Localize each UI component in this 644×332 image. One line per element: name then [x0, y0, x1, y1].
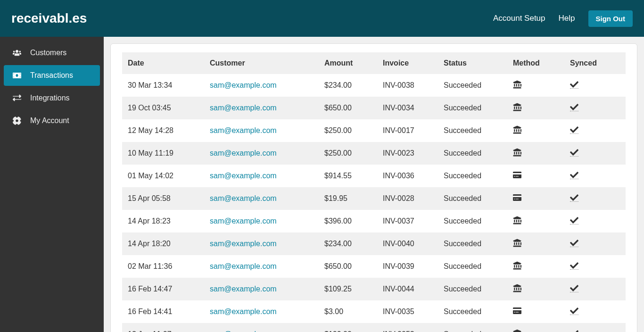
cell-date: 12 May 14:28 — [122, 119, 204, 142]
brand-logo[interactable]: receivabl.es — [11, 11, 87, 26]
cell-invoice: INV-0034 — [377, 97, 438, 119]
cell-amount: $19.95 — [319, 187, 377, 210]
card-icon — [513, 171, 521, 179]
cell-invoice: INV-0017 — [377, 119, 438, 142]
cell-date: 01 May 14:02 — [122, 165, 204, 187]
table-row[interactable]: 12 May 14:28sam@example.com$250.00INV-00… — [122, 119, 626, 142]
sidebar-item-integrations[interactable]: Integrations — [4, 88, 100, 108]
cell-invoice: INV-0035 — [377, 300, 438, 323]
table-row[interactable]: 02 Mar 11:36sam@example.com$650.00INV-00… — [122, 255, 626, 278]
cell-date: 15 Apr 05:58 — [122, 187, 204, 210]
check-icon — [570, 329, 578, 332]
check-icon — [570, 125, 578, 134]
customer-link[interactable]: sam@example.com — [210, 240, 277, 248]
sign-out-button[interactable]: Sign Out — [588, 10, 633, 27]
col-header-method[interactable]: Method — [507, 52, 564, 74]
customer-link[interactable]: sam@example.com — [210, 330, 277, 332]
cell-date: 16 Feb 14:41 — [122, 300, 204, 323]
cell-status: Succeeded — [438, 165, 507, 187]
cell-amount: $250.00 — [319, 142, 377, 165]
bank-icon — [513, 261, 521, 270]
help-link[interactable]: Help — [559, 14, 575, 23]
customer-link[interactable]: sam@example.com — [210, 81, 277, 89]
cell-amount: $650.00 — [319, 255, 377, 278]
customer-link[interactable]: sam@example.com — [210, 285, 277, 293]
cell-amount: $914.55 — [319, 165, 377, 187]
users-icon — [12, 48, 22, 58]
cell-amount: $396.00 — [319, 210, 377, 232]
cell-invoice: INV-0023 — [377, 142, 438, 165]
cell-date: 30 Mar 13:34 — [122, 74, 204, 97]
cell-invoice: INV-0028 — [377, 187, 438, 210]
cell-date: 16 Feb 14:47 — [122, 278, 204, 300]
card-icon — [513, 193, 521, 202]
customer-link[interactable]: sam@example.com — [210, 307, 277, 315]
customer-link[interactable]: sam@example.com — [210, 149, 277, 157]
table-row[interactable]: 01 May 14:02sam@example.com$914.55INV-00… — [122, 165, 626, 187]
customer-link[interactable]: sam@example.com — [210, 262, 277, 270]
cell-status: Succeeded — [438, 255, 507, 278]
cell-date: 14 Apr 18:20 — [122, 232, 204, 255]
bank-icon — [513, 239, 521, 247]
bank-icon — [513, 148, 521, 157]
cell-status: Succeeded — [438, 278, 507, 300]
swap-icon — [12, 93, 22, 103]
cell-date: 13 Jan 11:07 — [122, 323, 204, 332]
cell-date: 10 May 11:19 — [122, 142, 204, 165]
col-header-date[interactable]: Date — [122, 52, 204, 74]
card-icon — [513, 307, 521, 315]
col-header-invoice[interactable]: Invoice — [377, 52, 438, 74]
cell-invoice: INV-0036 — [377, 165, 438, 187]
cell-amount: $109.25 — [319, 278, 377, 300]
col-header-amount[interactable]: Amount — [319, 52, 377, 74]
table-row[interactable]: 10 May 11:19sam@example.com$250.00INV-00… — [122, 142, 626, 165]
check-icon — [570, 261, 578, 270]
cell-status: Succeeded — [438, 210, 507, 232]
main-content: Date Customer Amount Invoice Status Meth… — [104, 37, 644, 332]
cell-date: 14 Apr 18:23 — [122, 210, 204, 232]
sidebar: CustomersTransactionsIntegrationsMy Acco… — [0, 37, 104, 332]
check-icon — [570, 284, 578, 292]
bank-icon — [513, 125, 521, 134]
check-icon — [570, 239, 578, 247]
cell-status: Succeeded — [438, 142, 507, 165]
table-row[interactable]: 16 Feb 14:41sam@example.com$3.00INV-0035… — [122, 300, 626, 323]
cell-invoice: INV-0044 — [377, 278, 438, 300]
col-header-status[interactable]: Status — [438, 52, 507, 74]
col-header-customer[interactable]: Customer — [204, 52, 319, 74]
gear-icon — [12, 116, 22, 125]
sidebar-item-my-account[interactable]: My Account — [4, 110, 100, 131]
table-row[interactable]: 14 Apr 18:23sam@example.com$396.00INV-00… — [122, 210, 626, 232]
sidebar-item-label: Integrations — [30, 94, 70, 102]
customer-link[interactable]: sam@example.com — [210, 217, 277, 225]
table-row[interactable]: 30 Mar 13:34sam@example.com$234.00INV-00… — [122, 74, 626, 97]
cell-invoice: INV-0039 — [377, 255, 438, 278]
bank-icon — [513, 80, 521, 89]
cell-amount: $100.00 — [319, 323, 377, 332]
table-row[interactable]: 19 Oct 03:45sam@example.com$650.00INV-00… — [122, 97, 626, 119]
bank-icon — [513, 284, 521, 292]
customer-link[interactable]: sam@example.com — [210, 104, 277, 112]
cell-invoice: INV-0053 — [377, 323, 438, 332]
customer-link[interactable]: sam@example.com — [210, 172, 277, 180]
sidebar-item-transactions[interactable]: Transactions — [4, 65, 100, 86]
check-icon — [570, 193, 578, 202]
cell-invoice: INV-0040 — [377, 232, 438, 255]
cell-date: 19 Oct 03:45 — [122, 97, 204, 119]
cell-invoice: INV-0038 — [377, 74, 438, 97]
table-row[interactable]: 14 Apr 18:20sam@example.com$234.00INV-00… — [122, 232, 626, 255]
cell-amount: $250.00 — [319, 119, 377, 142]
table-row[interactable]: 16 Feb 14:47sam@example.com$109.25INV-00… — [122, 278, 626, 300]
sidebar-item-customers[interactable]: Customers — [4, 42, 100, 63]
cell-amount: $234.00 — [319, 74, 377, 97]
check-icon — [570, 216, 578, 224]
table-row[interactable]: 13 Jan 11:07sam@example.com$100.00INV-00… — [122, 323, 626, 332]
cell-status: Succeeded — [438, 232, 507, 255]
bank-icon — [513, 216, 521, 224]
account-setup-link[interactable]: Account Setup — [493, 14, 545, 23]
col-header-synced[interactable]: Synced — [564, 52, 626, 74]
bank-icon — [513, 329, 521, 332]
customer-link[interactable]: sam@example.com — [210, 194, 277, 202]
customer-link[interactable]: sam@example.com — [210, 126, 277, 134]
table-row[interactable]: 15 Apr 05:58sam@example.com$19.95INV-002… — [122, 187, 626, 210]
